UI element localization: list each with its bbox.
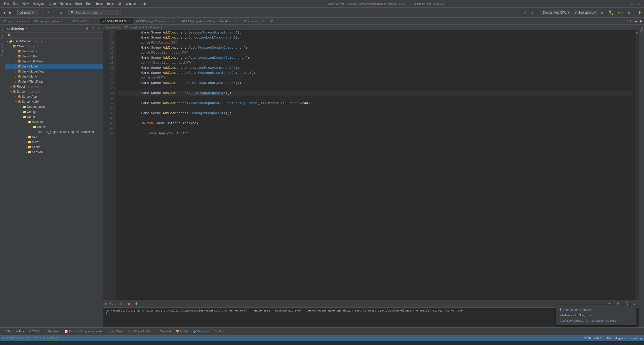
tree-unity-mono[interactable]: ▷ 📦 Unity.Mono xyxy=(5,74,103,79)
tree-robot[interactable]: ▷ 📦 Robot · 3 projects xyxy=(5,84,103,89)
menu-refactor[interactable]: Refactor xyxy=(58,1,73,7)
tree-handler[interactable]: ▾ 📁 Handler xyxy=(5,124,103,129)
sidebar-close-btn[interactable]: ✕ xyxy=(96,26,101,31)
tab-close[interactable]: ✕ xyxy=(64,20,66,22)
tree-unity-modelview[interactable]: ▷ 📦 Unity.ModelView xyxy=(5,69,103,74)
menu-edit[interactable]: Edit xyxy=(11,1,20,7)
tree-config[interactable]: ▷ 📁 Config xyxy=(5,109,103,114)
dottrace-btn[interactable]: ⏱ dotTrace Profiler xyxy=(126,329,153,333)
close-btn[interactable]: ✕ xyxy=(635,1,642,7)
minimize-btn[interactable]: ─ xyxy=(623,1,630,7)
terminal-btn[interactable]: >_ Terminal xyxy=(155,329,172,333)
run-coverage-btn[interactable]: ▶◎ xyxy=(617,10,624,15)
menu-build[interactable]: Build xyxy=(73,1,84,7)
tree-unity-model[interactable]: ▷ 📦 Unity.Model xyxy=(5,64,103,69)
notif-expand-btn[interactable]: ▾ xyxy=(590,314,591,317)
breadcrumb-et[interactable]: ET xyxy=(125,26,128,29)
tab-LoginHelper[interactable]: C# LoginHelper.cs ✕ xyxy=(0,18,32,24)
menu-help[interactable]: Help xyxy=(138,1,149,7)
run-btn[interactable]: ▶ xyxy=(599,9,606,16)
tab-Err[interactable]: C# Err... ✕ xyxy=(267,18,286,24)
tree-demo[interactable]: ▾ 📁 Demo xyxy=(5,114,103,119)
menu-navigate[interactable]: Navigate xyxy=(31,1,47,7)
tab-close[interactable]: ✕ xyxy=(129,19,131,22)
tree-c2a-file[interactable]: C# C2A_LoginAccountRequestHandler.cs xyxy=(5,129,103,134)
tab-Session[interactable]: C# Session.cs ✕ xyxy=(240,18,267,24)
profile-btn[interactable]: ⏱ xyxy=(529,10,535,15)
tree-aoi[interactable]: ▷ 📁 AOI xyxy=(5,134,103,140)
problems-btn[interactable]: ⚠ Problems xyxy=(44,329,61,333)
edit-btn[interactable]: ✎ xyxy=(40,10,45,15)
run-restart-btn[interactable]: ↺ xyxy=(118,301,124,307)
bookmarks-tab[interactable]: Bookmarks xyxy=(1,41,4,58)
run-clear-btn[interactable]: 🗑 xyxy=(134,301,140,306)
menu-file[interactable]: File xyxy=(2,1,11,7)
maximize-btn[interactable]: □ xyxy=(630,1,635,7)
coverage-btn[interactable]: ◎ xyxy=(522,10,528,15)
tree-account[interactable]: ▾ 📁 Account xyxy=(5,119,103,124)
configure-plugins-link[interactable]: Configure plugins... xyxy=(560,319,584,322)
tree-scene[interactable]: ▷ 📁 Scene xyxy=(5,145,103,150)
build-footer-btn[interactable]: 🔨 Build xyxy=(213,329,227,333)
commit-btn[interactable]: ✔ xyxy=(46,10,52,15)
run-stop-btn[interactable]: ■ xyxy=(126,301,131,307)
run-title[interactable]: Run: xyxy=(109,302,116,305)
search-action-btn[interactable]: ⊕ xyxy=(58,10,64,15)
unit-tests-btn[interactable]: ✓ Unit Tests xyxy=(106,329,124,333)
run-config-selector[interactable]: ▶ Server.App ▾ xyxy=(573,10,598,15)
tree-unity-hotfix[interactable]: ▷ 📦 Unity.Hotfix xyxy=(5,54,103,59)
tab-close[interactable]: ✕ xyxy=(235,20,237,22)
tree-dependencies[interactable]: ▷ 📁 Dependencies xyxy=(5,104,103,109)
tree-unity-thirdparty[interactable]: ▷ 📦 Unity.ThirdParty xyxy=(5,79,103,84)
nuget-btn[interactable]: 📦 NuGet xyxy=(174,329,190,333)
debug-config-selector[interactable]: Debug | Any CPU ▾ xyxy=(541,10,571,15)
tab-scroll-right[interactable]: ▶ xyxy=(639,18,644,24)
tab-DBManagerComponent[interactable]: C# DBManagerComponent.cs ✕ xyxy=(133,18,179,24)
dont-suggest-link[interactable]: Do not suggest this plugin xyxy=(586,319,618,322)
breadcrumb-appstart[interactable]: AppStart_Init xyxy=(131,26,147,29)
tab-close[interactable]: ✕ xyxy=(175,20,177,22)
todo-btn[interactable]: ✓ TODO xyxy=(27,329,42,333)
tree-client[interactable]: ▾ 📦 Client · 7 projects xyxy=(5,44,103,49)
sidebar-search-btn[interactable]: 🔍 xyxy=(7,33,12,38)
line-ending[interactable]: CRLF xyxy=(594,337,602,340)
tab-close[interactable]: ✕ xyxy=(27,20,29,22)
tree-session[interactable]: ▷ 📁 Session xyxy=(5,150,103,155)
tree-unity-hotfixview[interactable]: ▷ 📦 Unity.HotfixView xyxy=(5,59,103,64)
gutter-icon-35[interactable]: ⚙ xyxy=(103,91,103,96)
code-content[interactable]: Game.Scene.AddComponent<SessionStreamDis… xyxy=(116,30,635,300)
menu-code[interactable]: Code xyxy=(47,1,58,7)
tab-ConstValue[interactable]: C# ConstValue.cs ✕ xyxy=(69,18,100,24)
menu-run[interactable]: Run xyxy=(84,1,94,7)
sidebar-dropdown-btn[interactable]: ▾ xyxy=(25,26,29,31)
search-box[interactable]: 🔍 Search everywhere xyxy=(68,10,118,15)
sidebar-content[interactable]: ▾ 📁 Client-Server · 18 projects ▾ 📦 Clie… xyxy=(5,39,103,327)
tree-server[interactable]: ▾ 📦 Server · 3 projects xyxy=(5,89,103,94)
tab-AppStart-Init[interactable]: C# AppStart_Init.cs ✕ xyxy=(100,18,133,24)
tree-server-app[interactable]: ▷ 📦 Server.App xyxy=(5,94,103,99)
tree-move[interactable]: ▷ 📁 Move xyxy=(5,140,103,145)
sidebar-settings-btn[interactable]: ⚙ xyxy=(91,26,95,31)
run-footer-btn[interactable]: ▶ Run xyxy=(15,329,25,333)
forward-btn[interactable]: ▶ xyxy=(8,10,13,15)
back-btn[interactable]: ◀ xyxy=(2,10,7,15)
push-btn[interactable]: ↑ xyxy=(53,10,57,15)
tree-server-hotfix[interactable]: ▾ 📦 Server.Hotfix xyxy=(5,99,103,104)
notification-close-btn[interactable]: ✕ xyxy=(630,308,633,312)
tab-close[interactable]: ✕ xyxy=(95,20,97,22)
file-encoding[interactable]: UTF-8 xyxy=(605,337,612,340)
dpa-btn[interactable]: 📊 Dynamic Program Analysis xyxy=(63,329,104,333)
build-btn[interactable]: ⚙ xyxy=(637,10,642,15)
tab-C2A-LoginHandler[interactable]: C# C2A_LoginAccountRequestHandler.cs ✕ xyxy=(179,18,240,24)
event-log[interactable]: Event Log xyxy=(629,337,642,340)
indent-settings[interactable]: 4 spaces xyxy=(615,337,626,340)
tab-DlgLoginSystem[interactable]: C# DlgLoginSystem.cs ✕ xyxy=(32,18,69,24)
branch-selector[interactable]: ⎇ main ▾ xyxy=(17,10,35,15)
endpoints-btn[interactable]: 🔗 Endpoints xyxy=(192,329,211,333)
tab-close[interactable]: ✕ xyxy=(262,20,264,22)
tab-scroll-left[interactable]: ◀ xyxy=(633,18,639,24)
tree-unity-editor[interactable]: ▷ 📦 Unity.Editor xyxy=(5,49,103,54)
menu-tools[interactable]: Tools xyxy=(105,1,116,7)
menu-tests[interactable]: Tests xyxy=(94,1,105,7)
git-btn[interactable]: ⎇ Git xyxy=(2,329,13,333)
